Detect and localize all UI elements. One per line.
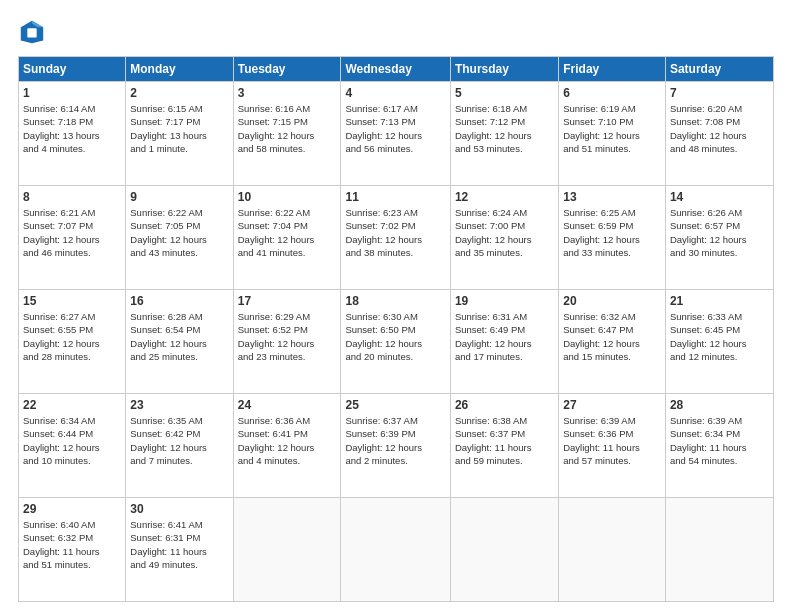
day-number: 12	[455, 190, 554, 204]
day-number: 5	[455, 86, 554, 100]
table-cell: 17Sunrise: 6:29 AMSunset: 6:52 PMDayligh…	[233, 290, 341, 394]
day-info: Sunrise: 6:40 AMSunset: 6:32 PMDaylight:…	[23, 518, 121, 571]
table-cell: 14Sunrise: 6:26 AMSunset: 6:57 PMDayligh…	[665, 186, 773, 290]
col-friday: Friday	[559, 57, 666, 82]
day-number: 18	[345, 294, 445, 308]
day-info: Sunrise: 6:34 AMSunset: 6:44 PMDaylight:…	[23, 414, 121, 467]
table-cell: 6Sunrise: 6:19 AMSunset: 7:10 PMDaylight…	[559, 82, 666, 186]
day-info: Sunrise: 6:30 AMSunset: 6:50 PMDaylight:…	[345, 310, 445, 363]
day-number: 28	[670, 398, 769, 412]
table-cell: 7Sunrise: 6:20 AMSunset: 7:08 PMDaylight…	[665, 82, 773, 186]
day-info: Sunrise: 6:22 AMSunset: 7:04 PMDaylight:…	[238, 206, 337, 259]
day-info: Sunrise: 6:22 AMSunset: 7:05 PMDaylight:…	[130, 206, 228, 259]
table-cell	[559, 498, 666, 602]
col-saturday: Saturday	[665, 57, 773, 82]
table-cell	[233, 498, 341, 602]
day-info: Sunrise: 6:32 AMSunset: 6:47 PMDaylight:…	[563, 310, 661, 363]
header-row: Sunday Monday Tuesday Wednesday Thursday…	[19, 57, 774, 82]
table-cell: 5Sunrise: 6:18 AMSunset: 7:12 PMDaylight…	[450, 82, 558, 186]
table-row: 1Sunrise: 6:14 AMSunset: 7:18 PMDaylight…	[19, 82, 774, 186]
day-info: Sunrise: 6:24 AMSunset: 7:00 PMDaylight:…	[455, 206, 554, 259]
day-info: Sunrise: 6:16 AMSunset: 7:15 PMDaylight:…	[238, 102, 337, 155]
table-cell: 19Sunrise: 6:31 AMSunset: 6:49 PMDayligh…	[450, 290, 558, 394]
table-cell: 30Sunrise: 6:41 AMSunset: 6:31 PMDayligh…	[126, 498, 233, 602]
table-cell: 4Sunrise: 6:17 AMSunset: 7:13 PMDaylight…	[341, 82, 450, 186]
day-info: Sunrise: 6:15 AMSunset: 7:17 PMDaylight:…	[130, 102, 228, 155]
day-info: Sunrise: 6:38 AMSunset: 6:37 PMDaylight:…	[455, 414, 554, 467]
day-info: Sunrise: 6:39 AMSunset: 6:36 PMDaylight:…	[563, 414, 661, 467]
day-number: 22	[23, 398, 121, 412]
day-info: Sunrise: 6:26 AMSunset: 6:57 PMDaylight:…	[670, 206, 769, 259]
day-info: Sunrise: 6:28 AMSunset: 6:54 PMDaylight:…	[130, 310, 228, 363]
logo	[18, 18, 48, 46]
table-cell: 11Sunrise: 6:23 AMSunset: 7:02 PMDayligh…	[341, 186, 450, 290]
day-info: Sunrise: 6:36 AMSunset: 6:41 PMDaylight:…	[238, 414, 337, 467]
day-number: 4	[345, 86, 445, 100]
day-number: 2	[130, 86, 228, 100]
day-info: Sunrise: 6:23 AMSunset: 7:02 PMDaylight:…	[345, 206, 445, 259]
table-cell: 1Sunrise: 6:14 AMSunset: 7:18 PMDaylight…	[19, 82, 126, 186]
col-thursday: Thursday	[450, 57, 558, 82]
day-info: Sunrise: 6:33 AMSunset: 6:45 PMDaylight:…	[670, 310, 769, 363]
day-info: Sunrise: 6:25 AMSunset: 6:59 PMDaylight:…	[563, 206, 661, 259]
table-cell: 29Sunrise: 6:40 AMSunset: 6:32 PMDayligh…	[19, 498, 126, 602]
table-cell: 15Sunrise: 6:27 AMSunset: 6:55 PMDayligh…	[19, 290, 126, 394]
table-row: 22Sunrise: 6:34 AMSunset: 6:44 PMDayligh…	[19, 394, 774, 498]
table-cell	[341, 498, 450, 602]
table-cell: 9Sunrise: 6:22 AMSunset: 7:05 PMDaylight…	[126, 186, 233, 290]
day-info: Sunrise: 6:20 AMSunset: 7:08 PMDaylight:…	[670, 102, 769, 155]
day-number: 16	[130, 294, 228, 308]
day-number: 8	[23, 190, 121, 204]
table-cell: 8Sunrise: 6:21 AMSunset: 7:07 PMDaylight…	[19, 186, 126, 290]
day-number: 19	[455, 294, 554, 308]
day-number: 14	[670, 190, 769, 204]
day-number: 10	[238, 190, 337, 204]
day-number: 21	[670, 294, 769, 308]
table-row: 8Sunrise: 6:21 AMSunset: 7:07 PMDaylight…	[19, 186, 774, 290]
svg-rect-2	[27, 28, 36, 37]
day-number: 23	[130, 398, 228, 412]
day-number: 1	[23, 86, 121, 100]
day-info: Sunrise: 6:17 AMSunset: 7:13 PMDaylight:…	[345, 102, 445, 155]
col-wednesday: Wednesday	[341, 57, 450, 82]
col-tuesday: Tuesday	[233, 57, 341, 82]
day-number: 17	[238, 294, 337, 308]
day-info: Sunrise: 6:41 AMSunset: 6:31 PMDaylight:…	[130, 518, 228, 571]
table-cell: 13Sunrise: 6:25 AMSunset: 6:59 PMDayligh…	[559, 186, 666, 290]
header	[18, 18, 774, 46]
day-info: Sunrise: 6:31 AMSunset: 6:49 PMDaylight:…	[455, 310, 554, 363]
table-cell: 18Sunrise: 6:30 AMSunset: 6:50 PMDayligh…	[341, 290, 450, 394]
table-cell: 10Sunrise: 6:22 AMSunset: 7:04 PMDayligh…	[233, 186, 341, 290]
day-number: 7	[670, 86, 769, 100]
table-cell: 27Sunrise: 6:39 AMSunset: 6:36 PMDayligh…	[559, 394, 666, 498]
table-cell	[665, 498, 773, 602]
day-number: 30	[130, 502, 228, 516]
day-info: Sunrise: 6:27 AMSunset: 6:55 PMDaylight:…	[23, 310, 121, 363]
day-number: 20	[563, 294, 661, 308]
table-cell: 26Sunrise: 6:38 AMSunset: 6:37 PMDayligh…	[450, 394, 558, 498]
day-number: 11	[345, 190, 445, 204]
table-cell: 20Sunrise: 6:32 AMSunset: 6:47 PMDayligh…	[559, 290, 666, 394]
day-number: 3	[238, 86, 337, 100]
day-info: Sunrise: 6:14 AMSunset: 7:18 PMDaylight:…	[23, 102, 121, 155]
table-cell: 25Sunrise: 6:37 AMSunset: 6:39 PMDayligh…	[341, 394, 450, 498]
day-number: 24	[238, 398, 337, 412]
table-cell: 21Sunrise: 6:33 AMSunset: 6:45 PMDayligh…	[665, 290, 773, 394]
day-number: 15	[23, 294, 121, 308]
day-info: Sunrise: 6:29 AMSunset: 6:52 PMDaylight:…	[238, 310, 337, 363]
col-monday: Monday	[126, 57, 233, 82]
calendar-table: Sunday Monday Tuesday Wednesday Thursday…	[18, 56, 774, 602]
logo-icon	[18, 18, 46, 46]
page: Sunday Monday Tuesday Wednesday Thursday…	[0, 0, 792, 612]
day-number: 29	[23, 502, 121, 516]
day-info: Sunrise: 6:19 AMSunset: 7:10 PMDaylight:…	[563, 102, 661, 155]
day-info: Sunrise: 6:18 AMSunset: 7:12 PMDaylight:…	[455, 102, 554, 155]
table-cell: 2Sunrise: 6:15 AMSunset: 7:17 PMDaylight…	[126, 82, 233, 186]
table-cell: 23Sunrise: 6:35 AMSunset: 6:42 PMDayligh…	[126, 394, 233, 498]
table-row: 15Sunrise: 6:27 AMSunset: 6:55 PMDayligh…	[19, 290, 774, 394]
table-row: 29Sunrise: 6:40 AMSunset: 6:32 PMDayligh…	[19, 498, 774, 602]
table-cell: 24Sunrise: 6:36 AMSunset: 6:41 PMDayligh…	[233, 394, 341, 498]
table-cell: 16Sunrise: 6:28 AMSunset: 6:54 PMDayligh…	[126, 290, 233, 394]
day-info: Sunrise: 6:35 AMSunset: 6:42 PMDaylight:…	[130, 414, 228, 467]
day-info: Sunrise: 6:21 AMSunset: 7:07 PMDaylight:…	[23, 206, 121, 259]
